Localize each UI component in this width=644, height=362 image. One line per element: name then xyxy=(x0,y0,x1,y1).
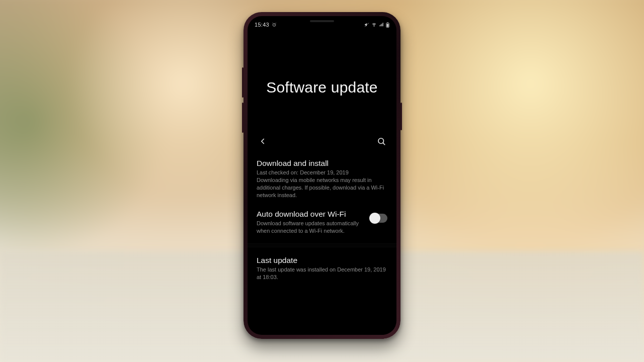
item-last-update[interactable]: Last update The last update was installe… xyxy=(248,250,396,287)
status-time: 15:43 xyxy=(255,22,269,28)
chevron-left-icon xyxy=(258,137,267,146)
auto-download-toggle[interactable] xyxy=(370,214,387,223)
alarm-icon xyxy=(272,22,277,27)
phone-screen: 15:43 xyxy=(248,16,396,335)
wifi-icon xyxy=(371,22,377,27)
status-bar: 15:43 xyxy=(248,16,396,31)
search-icon xyxy=(377,137,386,146)
phone-frame: 15:43 xyxy=(244,12,400,339)
svg-rect-4 xyxy=(387,24,389,27)
section-divider xyxy=(248,243,396,247)
settings-list: Download and install Last checked on: De… xyxy=(248,153,396,287)
item-title: Download and install xyxy=(257,159,387,168)
item-desc: Download software updates automatically … xyxy=(257,220,365,235)
item-title: Auto download over Wi-Fi xyxy=(257,210,365,219)
signal-icon xyxy=(379,22,384,27)
item-desc: The last update was installed on Decembe… xyxy=(257,266,387,281)
earpiece-slot xyxy=(310,20,334,22)
battery-icon xyxy=(386,22,389,28)
search-button[interactable] xyxy=(374,134,388,148)
page-title: Software update xyxy=(253,79,391,96)
svg-point-1 xyxy=(374,26,374,27)
svg-rect-3 xyxy=(387,22,388,23)
big-header: Software update xyxy=(248,31,396,131)
item-desc: Last checked on: December 19, 2019 Downl… xyxy=(257,169,387,199)
app-bar xyxy=(248,131,396,153)
back-button[interactable] xyxy=(256,134,270,148)
item-download-and-install[interactable]: Download and install Last checked on: De… xyxy=(248,153,396,204)
item-auto-download-wifi[interactable]: Auto download over Wi-Fi Download softwa… xyxy=(248,204,396,240)
svg-line-6 xyxy=(383,143,385,145)
item-title: Last update xyxy=(257,256,387,265)
mute-icon xyxy=(364,22,369,27)
